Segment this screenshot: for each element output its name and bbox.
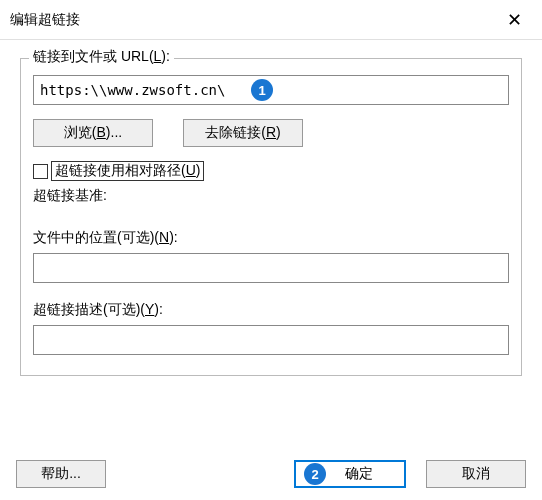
description-label: 超链接描述(可选)(Y): [33, 301, 509, 319]
dialog-content: 链接到文件或 URL(L): 1 浏览(B)... 去除链接(R) 超链接使用相… [0, 40, 542, 376]
description-input[interactable] [33, 325, 509, 355]
annotation-badge-2: 2 [304, 463, 326, 485]
remove-link-button[interactable]: 去除链接(R) [183, 119, 303, 147]
link-group: 链接到文件或 URL(L): 1 浏览(B)... 去除链接(R) 超链接使用相… [20, 58, 522, 376]
url-input[interactable] [33, 75, 509, 105]
close-icon[interactable]: ✕ [499, 7, 530, 33]
help-button[interactable]: 帮助... [16, 460, 106, 488]
browse-button[interactable]: 浏览(B)... [33, 119, 153, 147]
position-input[interactable] [33, 253, 509, 283]
link-group-title: 链接到文件或 URL(L): [29, 48, 174, 66]
title-bar: 编辑超链接 ✕ [0, 0, 542, 40]
edit-hyperlink-dialog: 编辑超链接 ✕ 链接到文件或 URL(L): 1 浏览(B)... 去除链接(R… [0, 0, 542, 500]
relative-path-label: 超链接使用相对路径(U) [51, 161, 204, 181]
dialog-title: 编辑超链接 [10, 11, 80, 29]
relative-path-row: 超链接使用相对路径(U) [33, 161, 509, 181]
ok-button[interactable]: 2 确定 [294, 460, 406, 488]
dialog-footer: 帮助... 2 确定 取消 [16, 460, 526, 488]
relative-path-checkbox[interactable] [33, 164, 48, 179]
link-buttons-row: 浏览(B)... 去除链接(R) [33, 119, 509, 147]
position-label: 文件中的位置(可选)(N): [33, 229, 509, 247]
hyperlink-base-label: 超链接基准: [33, 187, 509, 205]
cancel-button[interactable]: 取消 [426, 460, 526, 488]
footer-right-buttons: 2 确定 取消 [294, 460, 526, 488]
url-row: 1 [33, 75, 509, 105]
